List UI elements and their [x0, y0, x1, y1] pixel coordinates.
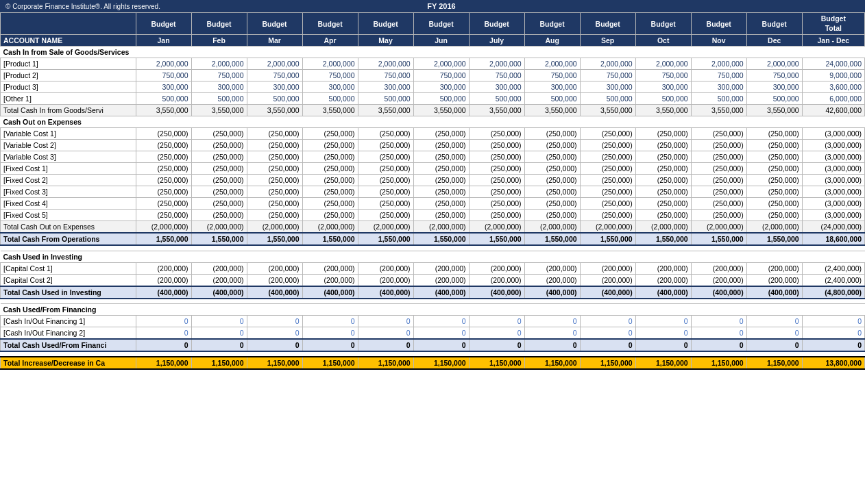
spacer-row: [1, 351, 865, 357]
total-row: Total Cash Used in Investing(400,000)(40…: [1, 286, 865, 299]
table-row: [Capital Cost 2](200,000)(200,000)(200,0…: [1, 274, 865, 286]
budget-header-may: Budget: [358, 13, 413, 35]
spacer-row: [1, 299, 865, 304]
subtotal-row: Total Cash Out on Expenses(2,000,000)(2,…: [1, 221, 865, 234]
table-row: [Product 3]300,000300,000300,000300,0003…: [1, 81, 865, 93]
spacer-row: [1, 245, 865, 251]
month-apr: Apr: [302, 35, 358, 47]
month-dec: Dec: [746, 35, 802, 47]
month-aug: Aug: [524, 35, 580, 47]
table-row: [Capital Cost 1](200,000)(200,000)(200,0…: [1, 262, 865, 274]
month-jan: Jan: [136, 35, 191, 47]
table-row: [Cash In/Out Financing 1]0000000000000: [1, 316, 865, 327]
budget-header-aug: Budget: [524, 13, 580, 35]
budget-header-dec: Budget: [746, 13, 802, 35]
table-row: [Fixed Cost 5](250,000)(250,000)(250,000…: [1, 210, 865, 221]
budget-header-jan: Budget: [136, 13, 191, 35]
month-jul: July: [469, 35, 524, 47]
table-row: [Product 1]2,000,0002,000,0002,000,0002,…: [1, 58, 865, 70]
month-mar: Mar: [247, 35, 302, 47]
account-name-header: [1, 13, 136, 35]
section-header: Cash In from Sale of Goods/Services: [1, 47, 865, 58]
budget-header-mar: Budget: [247, 13, 302, 35]
section-header: Cash Used in Investing: [1, 251, 865, 262]
budget-total-header: BudgetTotal: [802, 13, 864, 35]
fy-label: FY 2016: [427, 2, 455, 10]
table-row: [Fixed Cost 1](250,000)(250,000)(250,000…: [1, 163, 865, 175]
column-headers: Budget Budget Budget Budget Budget Budge…: [1, 13, 865, 35]
total-row: Total Cash Used/From Financi000000000000…: [1, 339, 865, 351]
month-feb: Feb: [191, 35, 247, 47]
table-row: [Variable Cost 1](250,000)(250,000)(250,…: [1, 128, 865, 140]
table-row: [Variable Cost 3](250,000)(250,000)(250,…: [1, 151, 865, 163]
subtotal-row: Total Cash In from Goods/Servi3,550,0003…: [1, 105, 865, 116]
budget-header-jun: Budget: [413, 13, 469, 35]
table-row: [Product 2]750,000750,000750,000750,0007…: [1, 70, 865, 81]
budget-header-oct: Budget: [635, 13, 691, 35]
account-col-header: ACCOUNT NAME: [1, 35, 136, 47]
budget-header-feb: Budget: [191, 13, 247, 35]
budget-header-apr: Budget: [302, 13, 358, 35]
section-header: Cash Out on Expenses: [1, 116, 865, 128]
month-sep: Sep: [580, 35, 635, 47]
table-row: [Cash In/Out Financing 2]0000000000000: [1, 327, 865, 340]
month-may: May: [358, 35, 413, 47]
section-header: Cash Used/From Financing: [1, 304, 865, 316]
total-row: Total Cash From Operations1,550,0001,550…: [1, 233, 865, 245]
total-row: Total Increase/Decrease in Ca1,150,0001,…: [1, 357, 865, 369]
month-oct: Oct: [635, 35, 691, 47]
month-jun: Jun: [413, 35, 469, 47]
total-jan-dec: Jan - Dec: [802, 35, 864, 47]
budget-header-sep: Budget: [580, 13, 635, 35]
table-row: [Other 1]500,000500,000500,000500,000500…: [1, 93, 865, 105]
table-row: [Fixed Cost 4](250,000)(250,000)(250,000…: [1, 198, 865, 210]
table-row: [Fixed Cost 2](250,000)(250,000)(250,000…: [1, 175, 865, 186]
copyright-text: © Corporate Finance Institute®. All righ…: [5, 3, 160, 10]
table-row: [Fixed Cost 3](250,000)(250,000)(250,000…: [1, 186, 865, 198]
table-row: [Variable Cost 2](250,000)(250,000)(250,…: [1, 140, 865, 151]
top-bar: © Corporate Finance Institute®. All righ…: [0, 0, 865, 12]
budget-header-nov: Budget: [691, 13, 746, 35]
month-nov: Nov: [691, 35, 746, 47]
month-headers: ACCOUNT NAME Jan Feb Mar Apr May Jun Jul…: [1, 35, 865, 47]
budget-header-jul: Budget: [469, 13, 524, 35]
